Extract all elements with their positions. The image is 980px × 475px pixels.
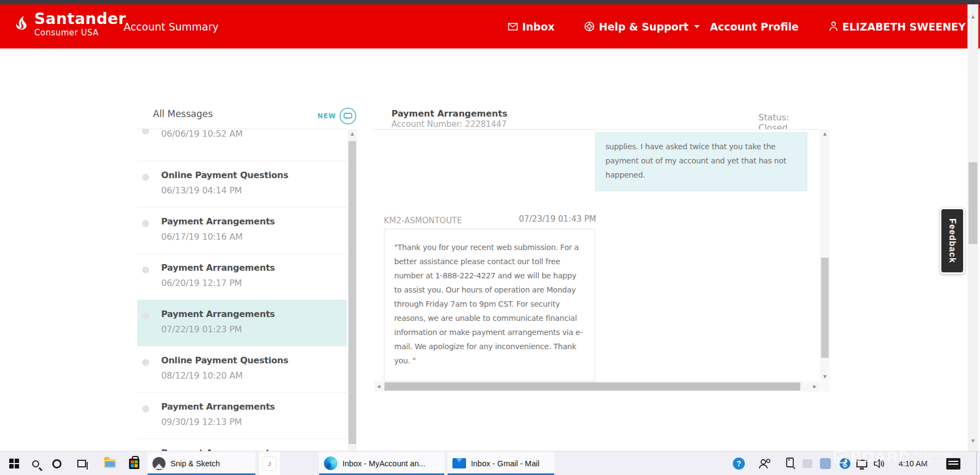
task-view-button[interactable] xyxy=(74,455,90,472)
unread-dot xyxy=(142,405,149,412)
taskbar-app-itunes[interactable]: ♪ xyxy=(259,452,280,475)
nav-user-name: ELIZABETH SWEENEY xyxy=(842,21,966,33)
message-list-item[interactable]: 06/06/19 10:52 AM xyxy=(137,129,347,161)
chevron-down-icon xyxy=(694,25,700,28)
scroll-up-arrow-icon[interactable]: ▲ xyxy=(348,129,357,138)
person-icon xyxy=(829,21,838,32)
message-title: Online Payment Questions xyxy=(161,355,341,366)
tray-app-button[interactable] xyxy=(818,456,832,471)
show-desktop-button[interactable] xyxy=(976,452,980,475)
taskbar-app-mail[interactable]: Inbox - Gmail - Mail xyxy=(448,452,554,475)
conversation-vertical-scrollbar[interactable]: ▲ ▼ xyxy=(820,129,830,381)
unread-dot xyxy=(142,129,149,135)
notification-icon xyxy=(946,458,960,470)
message-title: Payment Arrangements xyxy=(161,309,341,319)
file-explorer-button[interactable] xyxy=(102,455,118,472)
customer-message-bubble: supplies. I have asked twice that you ta… xyxy=(595,132,807,191)
taskbar-clock[interactable]: 4:10 AM xyxy=(892,452,934,475)
taskbar-app-edge[interactable]: Inbox - MyAccount an... xyxy=(319,452,444,475)
tray-volume-button[interactable] xyxy=(872,456,886,471)
message-date: 09/30/19 12:13 PM xyxy=(161,417,341,427)
tray-hidden-icon-button[interactable] xyxy=(800,456,814,471)
tray-people-button[interactable] xyxy=(758,456,772,471)
new-message-button[interactable]: NEW xyxy=(317,107,357,125)
taskbar-app-snip-sketch[interactable]: Snip & Sketch xyxy=(148,452,255,475)
envelope-icon xyxy=(508,23,518,31)
start-button[interactable] xyxy=(6,455,22,472)
agent-timestamp: 07/23/19 01:43 PM xyxy=(483,214,596,224)
scrollbar-thumb[interactable] xyxy=(384,382,800,391)
itunes-music-icon: ♪ xyxy=(262,456,277,471)
brand-subtitle: Consumer USA xyxy=(34,28,126,38)
agent-message-bubble: "Thank you for your recent web submissio… xyxy=(384,229,595,381)
message-date: 06/20/19 12:17 PM xyxy=(161,278,341,288)
message-list-item[interactable]: Payment Arrangements07/22/19 01:23 PM xyxy=(137,300,347,346)
message-list-item[interactable]: Payment Arrangements xyxy=(137,439,347,451)
unread-dot xyxy=(142,313,149,320)
scrollbar-corner xyxy=(819,381,830,392)
message-list-item[interactable]: Payment Arrangements06/17/19 10:16 AM xyxy=(137,208,347,254)
folder-icon xyxy=(104,459,116,468)
scrollbar-thumb[interactable] xyxy=(348,141,356,444)
thread-account-number: Account Number: 22281447 xyxy=(391,119,507,129)
scroll-up-arrow-icon[interactable]: ▲ xyxy=(967,12,978,21)
people-icon xyxy=(758,458,771,469)
scroll-down-arrow-icon[interactable]: ▼ xyxy=(820,372,830,381)
feedback-tab-label: Feedback xyxy=(947,218,957,263)
window-top-strip xyxy=(0,0,980,4)
agent-name: KM2-ASMONTOUTE xyxy=(384,216,462,226)
message-list-item[interactable]: Online Payment Questions08/12/19 10:20 A… xyxy=(137,346,347,393)
nav-user-menu[interactable]: ELIZABETH SWEENEY xyxy=(829,4,977,48)
santander-flame-icon xyxy=(13,15,30,32)
unread-dot xyxy=(142,266,149,273)
page-scrollbar[interactable]: ▲ ▼ xyxy=(967,4,978,451)
message-date: 06/13/19 04:14 PM xyxy=(161,185,341,196)
message-list-item[interactable]: Online Payment Questions06/13/19 04:14 P… xyxy=(137,161,347,208)
conversation-horizontal-scrollbar[interactable]: ◀ ▶ xyxy=(374,381,819,392)
tray-help-button[interactable]: ? xyxy=(732,456,746,471)
windows-logo-icon xyxy=(9,459,19,468)
network-icon xyxy=(856,460,867,467)
action-center-button[interactable] xyxy=(946,456,960,471)
message-date: 07/22/19 01:23 PM xyxy=(161,324,341,334)
nav-account-profile-label: Account Profile xyxy=(710,21,799,33)
message-list-scrollbar[interactable]: ▲ xyxy=(348,129,357,451)
nav-account-summary[interactable]: Account Summary xyxy=(124,4,219,48)
scrollbar-thumb[interactable] xyxy=(969,162,977,244)
message-title: Payment Arrangements xyxy=(161,216,341,227)
cortana-button[interactable] xyxy=(48,455,65,472)
faded-app-icon xyxy=(803,459,812,468)
unread-dot xyxy=(142,359,149,366)
scroll-up-arrow-icon[interactable]: ▲ xyxy=(820,129,830,138)
tray-bluetooth-button[interactable] xyxy=(838,456,852,471)
taskbar-app-label: Snip & Sketch xyxy=(170,459,220,468)
message-list-item[interactable]: Payment Arrangements09/30/19 12:13 PM xyxy=(137,393,347,439)
store-bag-icon xyxy=(129,459,139,469)
nav-inbox[interactable]: Inbox xyxy=(508,4,555,48)
scroll-down-arrow-icon[interactable]: ▼ xyxy=(967,436,978,446)
nav-account-profile[interactable]: Account Profile xyxy=(710,4,799,48)
scroll-left-arrow-icon[interactable]: ◀ xyxy=(374,381,383,392)
message-date: 06/06/19 10:52 AM xyxy=(161,129,341,139)
volume-icon xyxy=(873,459,885,468)
scroll-right-arrow-icon[interactable]: ▶ xyxy=(810,381,819,392)
cortana-icon xyxy=(52,459,62,468)
nav-help-support[interactable]: Help & Support xyxy=(584,4,700,48)
santander-logo[interactable]: Santander Consumer USA xyxy=(13,11,126,38)
messages-panel-title: All Messages xyxy=(153,108,213,119)
tray-network-button[interactable] xyxy=(855,456,869,471)
navbar: Santander Consumer USA Account Summary I… xyxy=(0,4,980,48)
unread-dot xyxy=(142,174,149,181)
feedback-tab[interactable]: Feedback xyxy=(940,208,965,274)
message-title: Online Payment Questions xyxy=(161,170,341,180)
new-message-label: NEW xyxy=(317,112,336,120)
agent-message-text: "Thank you for your recent web submissio… xyxy=(394,243,583,365)
nav-inbox-label: Inbox xyxy=(522,21,555,33)
tray-usb-button[interactable] xyxy=(783,456,797,471)
microsoft-store-button[interactable] xyxy=(126,455,142,472)
bluetooth-icon xyxy=(840,458,850,469)
scrollbar-thumb[interactable] xyxy=(821,258,829,358)
message-list-item[interactable]: Payment Arrangements06/20/19 12:17 PM xyxy=(137,254,347,300)
usb-icon xyxy=(785,457,795,470)
taskbar-search-button[interactable] xyxy=(27,455,44,472)
